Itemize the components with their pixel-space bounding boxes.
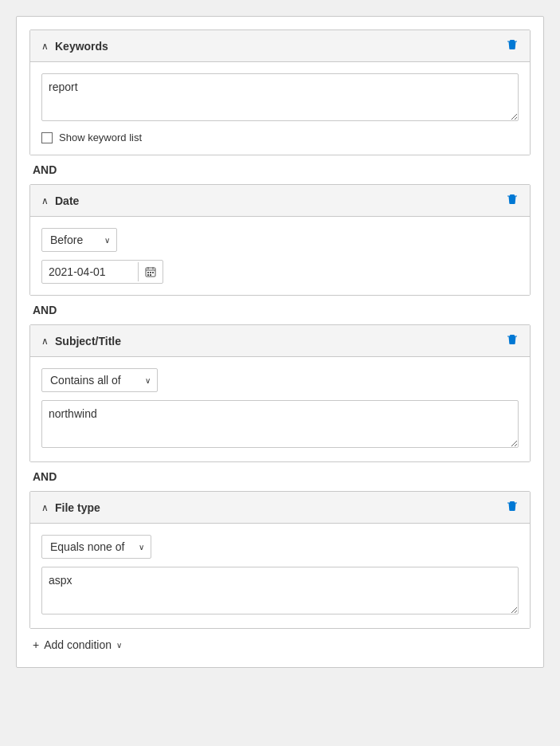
svg-rect-4 — [147, 272, 149, 273]
keywords-input[interactable] — [41, 73, 519, 121]
filetype-title: File type — [55, 501, 100, 514]
filetype-header-left: ∧ File type — [41, 501, 100, 514]
keywords-collapse-icon[interactable]: ∧ — [41, 41, 49, 52]
subject-header: ∧ Subject/Title — [30, 325, 530, 357]
filetype-body: Equals none of Equals Contains all of Co… — [30, 524, 530, 628]
date-operator-select[interactable]: Before After On Between — [42, 229, 116, 251]
date-delete-button[interactable] — [506, 193, 519, 208]
date-input[interactable] — [42, 261, 138, 283]
filetype-delete-button[interactable] — [506, 500, 519, 515]
filetype-content-input[interactable] — [41, 567, 519, 614]
date-title: Date — [55, 194, 79, 207]
subject-delete-button[interactable] — [506, 333, 519, 348]
subject-collapse-icon[interactable]: ∧ — [41, 336, 49, 347]
date-input-wrapper — [41, 260, 163, 284]
subject-operator-dropdown[interactable]: Contains all of Contains any of Contains… — [41, 368, 158, 392]
filetype-collapse-icon[interactable]: ∧ — [41, 502, 49, 513]
subject-title: Subject/Title — [55, 335, 121, 347]
calendar-icon-button[interactable] — [138, 262, 163, 281]
keywords-header: ∧ Keywords — [30, 30, 530, 62]
search-conditions-container: ∧ Keywords Show keyword list AND ∧ — [16, 16, 544, 668]
add-condition-plus-icon: + — [33, 638, 39, 651]
date-input-row — [41, 260, 519, 284]
add-condition-button[interactable]: + Add condition ∨ — [29, 629, 531, 654]
subject-operator-select[interactable]: Contains all of Contains any of Contains… — [42, 369, 157, 391]
add-condition-chevron-icon: ∨ — [116, 641, 122, 650]
svg-rect-8 — [150, 274, 151, 276]
and-separator-3: AND — [29, 462, 531, 491]
subject-body: Contains all of Contains any of Contains… — [30, 357, 530, 461]
show-keyword-label: Show keyword list — [59, 132, 142, 143]
subject-section: ∧ Subject/Title Contains all of Contains… — [29, 324, 531, 462]
date-body: Before After On Between ∨ — [30, 217, 530, 295]
date-header-left: ∧ Date — [41, 194, 79, 207]
subject-content-input[interactable] — [41, 400, 519, 448]
date-collapse-icon[interactable]: ∧ — [41, 195, 49, 206]
keywords-title: Keywords — [55, 40, 108, 53]
show-keyword-row: Show keyword list — [41, 132, 519, 143]
filetype-header: ∧ File type — [30, 492, 530, 524]
subject-header-left: ∧ Subject/Title — [41, 335, 121, 347]
and-separator-1: AND — [29, 155, 531, 184]
filetype-operator-dropdown[interactable]: Equals none of Equals Contains all of Co… — [41, 535, 151, 559]
filetype-section: ∧ File type Equals none of Equals Contai… — [29, 491, 531, 629]
calendar-icon — [145, 266, 156, 277]
keywords-body: Show keyword list — [30, 62, 530, 155]
filetype-operator-select[interactable]: Equals none of Equals Contains all of Co… — [42, 536, 151, 558]
keywords-section: ∧ Keywords Show keyword list — [29, 29, 531, 155]
show-keyword-checkbox[interactable] — [41, 132, 53, 143]
add-condition-label: Add condition — [44, 638, 112, 651]
date-operator-dropdown[interactable]: Before After On Between ∨ — [41, 228, 117, 252]
keywords-delete-button[interactable] — [506, 38, 519, 53]
keywords-header-left: ∧ Keywords — [41, 40, 108, 53]
svg-rect-6 — [152, 272, 154, 273]
date-header: ∧ Date — [30, 185, 530, 217]
date-operator-row: Before After On Between ∨ — [41, 228, 519, 252]
date-section: ∧ Date Before After On Between — [29, 184, 531, 296]
svg-rect-5 — [150, 272, 151, 273]
svg-rect-7 — [147, 274, 149, 276]
and-separator-2: AND — [29, 296, 531, 324]
